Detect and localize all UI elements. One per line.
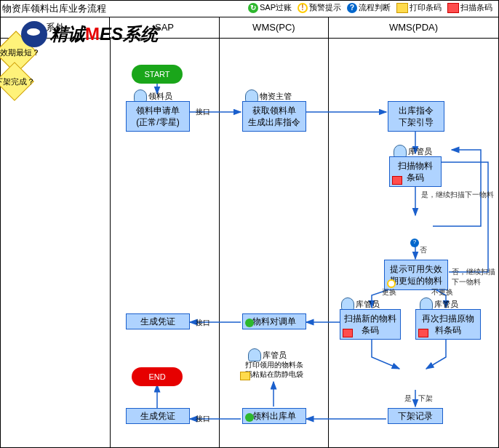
label-iface-3: 接口 xyxy=(196,318,210,328)
scan-barcode-icon xyxy=(343,329,353,337)
diagram-title: 物资库领料出库业务流程 xyxy=(2,2,106,15)
label-yes-continue: 是，继续扫描下一物料 xyxy=(421,190,494,200)
scan-barcode-icon xyxy=(418,329,428,337)
end-node: END xyxy=(132,367,183,386)
warning-icon: ! xyxy=(298,3,308,13)
logo-icon xyxy=(21,21,47,47)
watermark-logo: 精诚MES系统 xyxy=(21,21,158,47)
judge-icon: ? xyxy=(347,3,357,13)
judge-icon: ? xyxy=(410,239,419,247)
print-barcode-icon xyxy=(240,372,250,380)
node-stick-label: 打印领用的物料条码粘贴在防静电袋 xyxy=(238,360,311,379)
swimlanes: START 领料员 领料申请单(正常/零星) 接口 物资主管 获取领料单生成出库… xyxy=(1,37,498,447)
node-scan-new: 扫描新的物料条码 xyxy=(340,309,401,340)
node-shelf-record: 下架记录 xyxy=(388,408,443,424)
label-off: 下架 xyxy=(418,393,433,404)
node-scan-again: 再次扫描原物料条码 xyxy=(415,309,481,340)
node-scan-material: 扫描物料条码 xyxy=(389,156,442,187)
node-adjust: 物料对调单 xyxy=(242,313,306,329)
label-nochange: 不更换 xyxy=(431,287,453,297)
legend-print: 打印条码 xyxy=(396,2,442,13)
label-change: 更换 xyxy=(382,287,396,297)
node-shelf-done: 下架完成？ xyxy=(0,62,34,101)
sap-post-icon: ↻ xyxy=(248,3,258,13)
legend-scan: 扫描条码 xyxy=(447,2,492,13)
legend-sap: ↻SAP过账 xyxy=(248,2,292,13)
node-voucher-1: 生成凭证 xyxy=(126,313,190,329)
flow-diagram: 物资库领料出库业务流程 ↻SAP过账 !预警提示 ?流程判断 打印条码 扫描条码… xyxy=(0,0,499,448)
lane-header-wms-pda: WMS(PDA) xyxy=(329,17,498,38)
label-no-1: 否 xyxy=(420,245,427,255)
legend-warn: !预警提示 xyxy=(298,2,341,13)
node-hint-expiry: 提示可用失效期更短的物料 xyxy=(384,260,448,290)
node-fetch: 获取领料单生成出库指令 xyxy=(242,101,306,132)
scan-barcode-icon xyxy=(447,3,459,13)
label-yes-2: 是 xyxy=(404,393,412,404)
start-node: START xyxy=(132,65,183,84)
label-iface-2: 接口 xyxy=(196,414,210,424)
label-no-continue: 否，继续扫描下一物料 xyxy=(452,267,498,287)
node-guide: 出库指令下架引导 xyxy=(388,101,444,132)
print-barcode-icon xyxy=(396,3,408,13)
scan-barcode-icon xyxy=(392,176,402,185)
label-iface-1: 接口 xyxy=(196,107,210,117)
sap-post-icon xyxy=(245,319,254,327)
node-outbound: 领料出库单 xyxy=(242,408,306,424)
node-voucher-2: 生成凭证 xyxy=(126,408,190,424)
sap-post-icon xyxy=(245,413,254,422)
legend-judge: ?流程判断 xyxy=(347,2,391,13)
node-apply: 领料申请单(正常/零星) xyxy=(126,101,190,132)
canvas: START 领料员 领料申请单(正常/零星) 接口 物资主管 获取领料单生成出库… xyxy=(1,37,498,447)
lane-header-wms-pc: WMS(PC) xyxy=(220,17,329,38)
legend: ↻SAP过账 !预警提示 ?流程判断 打印条码 扫描条码 xyxy=(248,2,492,13)
